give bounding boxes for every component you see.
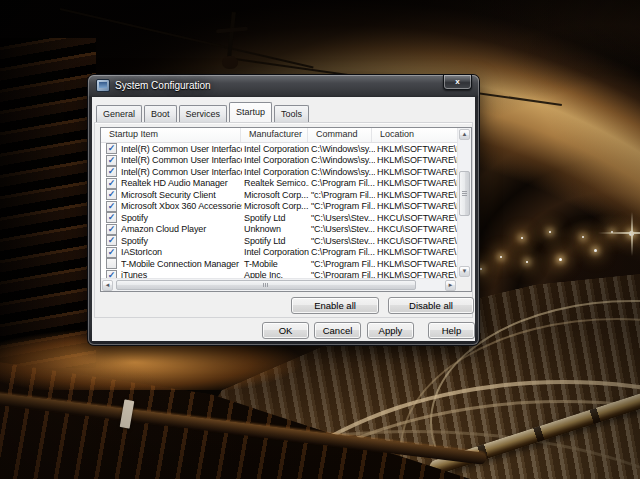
ok-button[interactable]: OK	[262, 322, 309, 339]
cell-command: C:\Windows\sy...	[309, 167, 375, 177]
horizontal-scrollbar[interactable]: ◄ ►	[101, 278, 457, 291]
cell-manufacturer: T-Mobile	[242, 259, 309, 269]
scroll-up-button[interactable]: ▲	[459, 129, 470, 140]
cell-command: "C:\Program Fil...	[309, 201, 375, 211]
cell-location: HKLM\SOFTWARE\M...	[375, 167, 457, 177]
tab-boot[interactable]: Boot	[144, 105, 177, 122]
table-row[interactable]: ✓iTunesApple Inc."C:\Program Fil...HKLM\…	[101, 270, 457, 279]
left-arrow-icon: ◄	[105, 282, 111, 288]
checkbox-checked[interactable]: ✓	[106, 143, 117, 154]
table-row[interactable]: ✓Intel(R) Common User InterfaceIntel Cor…	[101, 143, 457, 155]
table-row[interactable]: ✓Microsoft Xbox 360 AccessoriesMicrosoft…	[101, 201, 457, 213]
apply-button[interactable]: Apply	[367, 322, 414, 339]
cell-location: HKLM\SOFTWARE\...	[375, 247, 457, 257]
checkbox-checked[interactable]: ✓	[106, 247, 117, 258]
hanging-lamp	[222, 56, 238, 69]
cell-location: HKCU\SOFTWARE\...	[375, 213, 457, 223]
table-row[interactable]: ✓Intel(R) Common User InterfaceIntel Cor…	[101, 155, 457, 167]
cell-command: C:\Windows\sy...	[309, 155, 375, 165]
cell-location: HKLM\SOFTWARE\M...	[375, 190, 457, 200]
close-icon: x	[455, 77, 459, 86]
checkbox-checked[interactable]: ✓	[106, 201, 117, 212]
checkbox-unchecked[interactable]	[106, 258, 117, 269]
tab-startup[interactable]: Startup	[229, 102, 272, 122]
tab-general[interactable]: General	[96, 105, 142, 122]
table-row[interactable]: ✓Realtek HD Audio ManagerRealtek Semico.…	[101, 178, 457, 190]
cell-item: T-Mobile Connection Manager	[121, 259, 242, 269]
cell-command: "C:\Program Fil...	[309, 259, 375, 269]
cell-item: Microsoft Security Client	[121, 190, 242, 200]
tunnel-light	[521, 237, 523, 239]
scroll-down-button[interactable]: ▼	[459, 266, 470, 277]
checkbox-checked[interactable]: ✓	[106, 189, 117, 200]
cell-manufacturer: Microsoft Corp...	[242, 201, 309, 211]
column-header-startup-item[interactable]: Startup Item	[101, 128, 241, 142]
startup-items-list: Startup Item Manufacturer Command Locati…	[100, 127, 472, 292]
horizontal-scroll-thumb[interactable]	[116, 280, 416, 290]
cell-location: HKLM\SOFTWARE\...	[375, 270, 457, 278]
tunnel-light	[526, 261, 528, 263]
column-header-location[interactable]: Location	[372, 128, 457, 142]
cell-manufacturer: Microsoft Corp...	[242, 190, 309, 200]
cell-command: "C:\Users\Stev...	[309, 236, 375, 246]
column-header-command[interactable]: Command	[308, 128, 372, 142]
disable-all-button[interactable]: Disable all	[388, 297, 474, 314]
cell-command: C:\Program Fil...	[309, 178, 375, 188]
checkbox-checked[interactable]: ✓	[106, 178, 117, 189]
tunnel-light	[500, 256, 502, 258]
checkbox-checked[interactable]: ✓	[106, 270, 117, 278]
cell-item: Intel(R) Common User Interface	[121, 155, 242, 165]
cell-item: iTunes	[121, 270, 242, 278]
cancel-button[interactable]: Cancel	[314, 322, 361, 339]
tab-strip: GeneralBootServicesStartupTools	[96, 102, 311, 122]
table-row[interactable]: T-Mobile Connection ManagerT-Mobile"C:\P…	[101, 258, 457, 270]
enable-all-button[interactable]: Enable all	[291, 297, 379, 314]
cell-item: Spotify	[121, 236, 242, 246]
close-button[interactable]: x	[443, 75, 472, 90]
table-row[interactable]: ✓SpotifySpotify Ltd"C:\Users\Stev...HKCU…	[101, 212, 457, 224]
cell-item: Intel(R) Common User Interface	[121, 144, 242, 154]
scroll-left-button[interactable]: ◄	[102, 280, 113, 291]
cell-item: Amazon Cloud Player	[121, 224, 242, 234]
cell-item: Realtek HD Audio Manager	[121, 178, 242, 188]
table-row[interactable]: ✓Intel(R) Common User InterfaceIntel Cor…	[101, 166, 457, 178]
cell-location: HKLM\SOFTWARE\M...	[375, 201, 457, 211]
right-arrow-icon: ►	[448, 282, 454, 288]
checkbox-checked[interactable]: ✓	[106, 166, 117, 177]
tunnel-left-wall-pipes	[0, 38, 96, 368]
scroll-right-button[interactable]: ►	[445, 280, 456, 291]
cell-item: IAStorIcon	[121, 247, 242, 257]
checkbox-checked[interactable]: ✓	[106, 235, 117, 246]
cell-manufacturer: Unknown	[242, 224, 309, 234]
cell-location: HKLM\SOFTWARE\M...	[375, 178, 457, 188]
cell-command: "c:\Program Fil...	[309, 190, 375, 200]
table-row[interactable]: ✓Amazon Cloud PlayerUnknown"C:\Users\Ste…	[101, 224, 457, 236]
tab-tools[interactable]: Tools	[274, 105, 309, 122]
cell-location: HKCU\SOFTWARE\...	[375, 236, 457, 246]
column-header-manufacturer[interactable]: Manufacturer	[241, 128, 308, 142]
system-configuration-window: System Configuration x GeneralBootServic…	[88, 75, 479, 345]
table-row[interactable]: ✓IAStorIconIntel CorporationC:\Program F…	[101, 247, 457, 259]
help-button[interactable]: Help	[428, 322, 475, 339]
checkbox-checked[interactable]: ✓	[106, 224, 117, 235]
table-row[interactable]: ✓SpotifySpotify Ltd"C:\Users\Stev...HKCU…	[101, 235, 457, 247]
dialog-client-area: GeneralBootServicesStartupTools Startup …	[92, 97, 475, 341]
vertical-scrollbar[interactable]: ▲ ▼	[457, 128, 471, 278]
cell-manufacturer: Realtek Semico...	[242, 178, 309, 188]
checkbox-checked[interactable]: ✓	[106, 212, 117, 223]
cell-command: "C:\Users\Stev...	[309, 213, 375, 223]
cell-command: C:\Program Fil...	[309, 247, 375, 257]
light-flare	[598, 232, 640, 234]
tunnel-light	[559, 258, 562, 261]
tunnel-light	[594, 249, 597, 252]
checkbox-checked[interactable]: ✓	[106, 155, 117, 166]
cell-command: "C:\Users\Stev...	[309, 224, 375, 234]
cell-location: HKCU\SOFTWARE\...	[375, 224, 457, 234]
vertical-scroll-thumb[interactable]	[459, 171, 470, 216]
table-row[interactable]: ✓Microsoft Security ClientMicrosoft Corp…	[101, 189, 457, 201]
cell-command: "C:\Program Fil...	[309, 270, 375, 278]
up-arrow-icon: ▲	[462, 131, 468, 137]
titlebar[interactable]: System Configuration x	[88, 75, 479, 97]
tab-services[interactable]: Services	[179, 105, 228, 122]
msconfig-icon	[96, 79, 110, 92]
